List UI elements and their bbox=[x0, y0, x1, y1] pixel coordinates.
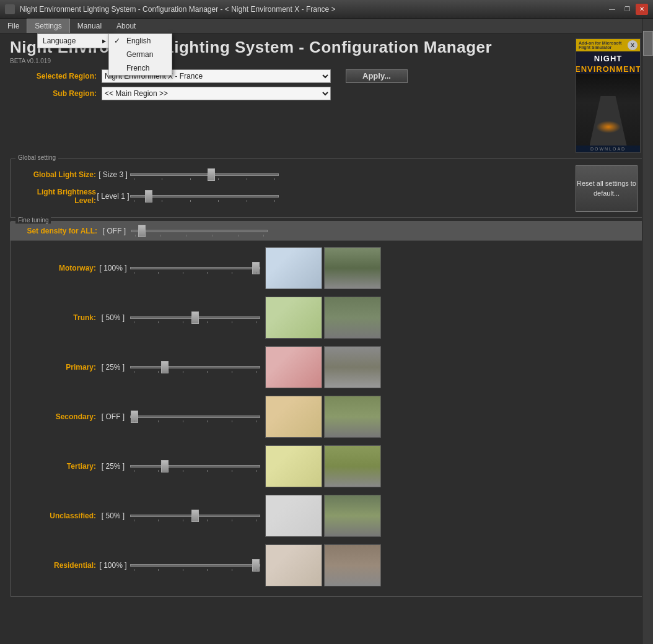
road-slider-4[interactable] bbox=[130, 465, 260, 468]
tick bbox=[247, 200, 247, 202]
road-slider-container-6 bbox=[130, 560, 260, 571]
road-value-5: [ 50% ] bbox=[96, 511, 130, 520]
road-value-6: [ 100% ] bbox=[96, 561, 130, 570]
apply-reset-area: Apply... bbox=[340, 69, 408, 83]
logo-fs-label: Add-on for MicrosoftFlight Simulator bbox=[579, 41, 621, 50]
road-map-img-5 bbox=[265, 495, 322, 537]
tick bbox=[256, 272, 256, 274]
lang-english[interactable]: English bbox=[109, 34, 172, 48]
tick bbox=[218, 200, 219, 202]
tick bbox=[256, 321, 256, 323]
tick bbox=[274, 178, 275, 180]
language-flyout: English German French bbox=[108, 33, 172, 76]
density-slider-container bbox=[131, 225, 268, 237]
restore-button[interactable]: ❐ bbox=[621, 4, 633, 15]
road-images-3 bbox=[265, 396, 381, 438]
road-label-6: Residential: bbox=[15, 561, 96, 570]
reset-column: Reset all settings to default... bbox=[576, 165, 638, 212]
road-map-img-1 bbox=[265, 297, 322, 339]
road-photo-img-2 bbox=[324, 346, 381, 388]
road-slider-2[interactable] bbox=[130, 366, 260, 368]
tick bbox=[135, 235, 136, 237]
tick bbox=[256, 569, 256, 571]
tick bbox=[183, 321, 183, 323]
title-bar-controls: — ❐ ✕ bbox=[606, 4, 648, 15]
road-slider-container-3 bbox=[130, 411, 260, 422]
tick bbox=[158, 321, 159, 323]
language-submenu-item[interactable]: Language ▶ bbox=[38, 34, 111, 48]
lang-french[interactable]: French bbox=[109, 61, 172, 75]
light-size-slider-container bbox=[130, 169, 279, 180]
tick bbox=[183, 470, 183, 472]
scrollbar-thumb[interactable] bbox=[643, 31, 653, 56]
lang-french-label: French bbox=[126, 64, 149, 72]
tick bbox=[160, 235, 161, 237]
fine-tuning-box: Fine tuning Set density for ALL: [ OFF ]… bbox=[10, 221, 643, 597]
tick bbox=[134, 272, 134, 274]
selected-region-row: Selected Region: Night Environment X - F… bbox=[10, 69, 569, 83]
title-bar: Night Environment Lighting System - Conf… bbox=[0, 0, 653, 19]
road-photo-img-0 bbox=[324, 247, 381, 289]
road-label-5: Unclassified: bbox=[15, 511, 96, 520]
reset-button[interactable]: Reset all settings to default... bbox=[576, 165, 638, 212]
menu-file[interactable]: File bbox=[0, 19, 27, 33]
tick bbox=[183, 520, 183, 521]
road-images-6 bbox=[265, 544, 381, 586]
tick bbox=[232, 520, 232, 521]
road-label-4: Tertiary: bbox=[15, 462, 96, 471]
close-button[interactable]: ✕ bbox=[636, 4, 648, 15]
menu-manual[interactable]: Manual bbox=[70, 19, 109, 33]
road-slider-1[interactable] bbox=[130, 316, 260, 319]
tick bbox=[256, 520, 256, 521]
road-row-0: Motorway: [ 100% ] bbox=[15, 247, 638, 289]
road-value-4: [ 25% ] bbox=[96, 462, 130, 471]
tick bbox=[218, 178, 219, 180]
scrollbar[interactable] bbox=[642, 19, 653, 644]
global-sliders: Global Light Size: [ Size 3 ] Ligh bbox=[15, 165, 571, 212]
logo-light-glow bbox=[596, 121, 621, 133]
light-size-value: [ Size 3 ] bbox=[96, 170, 130, 179]
density-bar: Set density for ALL: [ OFF ] bbox=[11, 222, 642, 241]
light-size-slider[interactable] bbox=[130, 173, 279, 176]
sub-region-label: Sub Region: bbox=[10, 89, 97, 98]
tick bbox=[183, 371, 183, 373]
lang-german-label: German bbox=[126, 50, 153, 59]
road-slider-container-4 bbox=[130, 461, 260, 472]
apply-button[interactable]: Apply... bbox=[346, 69, 408, 83]
road-slider-container-2 bbox=[130, 362, 260, 373]
road-label-2: Primary: bbox=[15, 363, 96, 372]
road-slider-6[interactable] bbox=[130, 564, 260, 567]
tick bbox=[134, 321, 134, 323]
tick bbox=[207, 470, 208, 472]
tick bbox=[207, 420, 208, 422]
light-size-label: Global Light Size: bbox=[15, 170, 96, 179]
tick bbox=[256, 420, 256, 422]
lang-english-label: English bbox=[126, 37, 151, 45]
lang-german[interactable]: German bbox=[109, 48, 172, 61]
tick bbox=[232, 470, 232, 472]
tick bbox=[263, 235, 264, 237]
app-beta: BETA v0.1.019 bbox=[10, 58, 569, 64]
tick bbox=[134, 200, 134, 202]
tick bbox=[232, 272, 232, 274]
language-dropdown: Language ▶ bbox=[37, 33, 112, 48]
road-map-img-6 bbox=[265, 544, 322, 586]
road-slider-5[interactable] bbox=[130, 515, 260, 517]
minimize-button[interactable]: — bbox=[606, 4, 618, 15]
brightness-slider[interactable] bbox=[130, 195, 279, 198]
menu-settings[interactable]: Settings bbox=[27, 19, 69, 33]
tick bbox=[256, 371, 256, 373]
sub-region-select[interactable]: << Main Region >> bbox=[102, 87, 331, 100]
road-slider-3[interactable] bbox=[130, 416, 260, 418]
road-row-5: Unclassified: [ 50% ] bbox=[15, 495, 638, 537]
logo-road-scene bbox=[576, 74, 640, 146]
brightness-label: Light Brightness Level: bbox=[15, 188, 96, 205]
fine-tuning-legend: Fine tuning bbox=[15, 217, 51, 224]
road-map-img-2 bbox=[265, 346, 322, 388]
menu-about[interactable]: About bbox=[109, 19, 143, 33]
road-slider-0[interactable] bbox=[130, 267, 260, 269]
tick bbox=[134, 470, 134, 472]
road-row-4: Tertiary: [ 25% ] bbox=[15, 445, 638, 487]
density-slider[interactable] bbox=[131, 230, 268, 232]
road-photo-img-5 bbox=[324, 495, 381, 537]
